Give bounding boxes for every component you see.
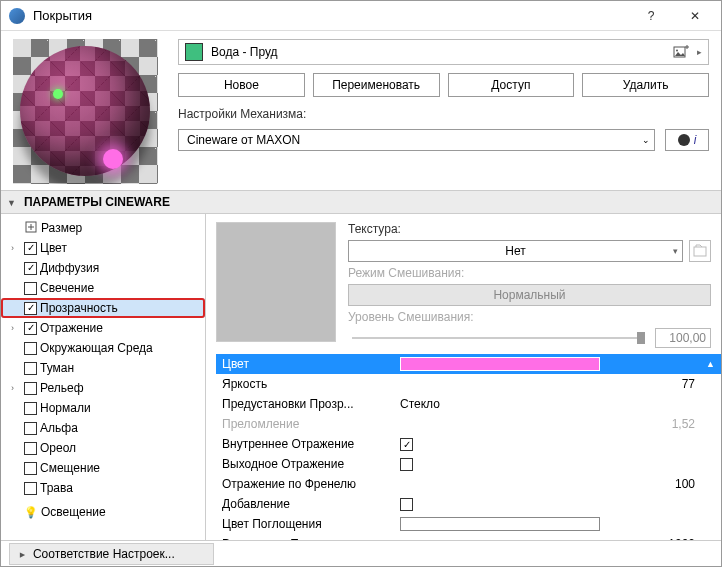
section-title: ПАРАМЕТРЫ CINEWARE — [24, 195, 170, 209]
texture-value: Нет — [505, 244, 525, 258]
channel-tree: Размер ›Цвет Диффузия Свечение Прозрачно… — [1, 214, 206, 540]
checkbox[interactable] — [24, 362, 37, 375]
prop-row-exit-reflection[interactable]: Выходное Отражение — [216, 454, 721, 474]
delete-button[interactable]: Удалить — [582, 73, 709, 97]
engine-info-button[interactable]: i — [665, 129, 709, 151]
engine-combo[interactable]: Cineware от MAXON ⌄ — [178, 129, 655, 151]
image-options-icon[interactable] — [673, 44, 689, 60]
engine-settings-label: Настройки Механизма: — [178, 107, 709, 121]
share-button[interactable]: Доступ — [448, 73, 575, 97]
checkbox[interactable] — [24, 462, 37, 475]
svg-point-1 — [676, 50, 678, 52]
chevron-down-icon: ⌄ — [642, 135, 650, 145]
tree-item-diffusion[interactable]: Диффузия — [1, 258, 205, 278]
prop-row-absorption-color[interactable]: Цвет Поглощения — [216, 514, 721, 534]
prop-name: Расстояние Поглощения — [222, 537, 392, 540]
material-name[interactable]: Вода - Пруд — [211, 45, 665, 59]
checkbox[interactable] — [400, 438, 413, 451]
checkbox[interactable] — [24, 322, 37, 335]
new-button[interactable]: Новое — [178, 73, 305, 97]
collapse-icon — [7, 195, 18, 209]
prop-row-preset[interactable]: Предустановки Прозр...Стекло — [216, 394, 721, 414]
tree-item-alpha[interactable]: Альфа — [1, 418, 205, 438]
info-letter-icon: i — [694, 133, 697, 147]
tree-label: Трава — [40, 481, 73, 495]
tree-item-fog[interactable]: Туман — [1, 358, 205, 378]
rename-button[interactable]: Переименовать — [313, 73, 440, 97]
checkbox[interactable] — [24, 382, 37, 395]
checkbox[interactable] — [24, 282, 37, 295]
c4d-icon — [678, 134, 690, 146]
texture-dropdown[interactable]: Нет ▾ — [348, 240, 683, 262]
help-button[interactable]: ? — [629, 1, 673, 31]
color-swatch[interactable] — [400, 357, 600, 371]
tree-item-displacement[interactable]: Смещение — [1, 458, 205, 478]
checkbox[interactable] — [400, 498, 413, 511]
prop-value: Стекло — [400, 397, 695, 411]
section-header-cineware[interactable]: ПАРАМЕТРЫ CINEWARE — [1, 190, 721, 214]
prop-row-absorption-distance[interactable]: Расстояние Поглощения1000 — [216, 534, 721, 540]
dropdown-arrow-icon[interactable]: ▸ — [697, 47, 702, 57]
prop-row-brightness[interactable]: Яркость77 — [216, 374, 721, 394]
color-swatch-white[interactable] — [400, 517, 600, 531]
prop-name: Преломление — [222, 417, 392, 431]
engine-combo-value: Cineware от MAXON — [187, 133, 300, 147]
prop-row-internal-reflection[interactable]: Внутреннее Отражение — [216, 434, 721, 454]
section-header-matching[interactable]: Соответствие Настроек... — [9, 543, 214, 565]
prop-row-color[interactable]: Цвет ▲ — [216, 354, 721, 374]
prop-value: 77 — [400, 377, 695, 391]
checkbox[interactable] — [24, 442, 37, 455]
prop-row-fresnel[interactable]: Отражение по Френелю100 — [216, 474, 721, 494]
slider-thumb — [637, 332, 645, 344]
tree-label: Нормали — [40, 401, 91, 415]
checkbox[interactable] — [400, 458, 413, 471]
checkbox[interactable] — [24, 302, 37, 315]
tree-item-luminance[interactable]: Свечение — [1, 278, 205, 298]
app-icon — [9, 8, 25, 24]
tree-label: Смещение — [40, 461, 100, 475]
tree-item-color[interactable]: ›Цвет — [1, 238, 205, 258]
tree-item-transparency[interactable]: Прозрачность — [1, 298, 205, 318]
checkbox[interactable] — [24, 402, 37, 415]
checkbox[interactable] — [24, 482, 37, 495]
texture-label: Текстура: — [348, 222, 711, 236]
tree-item-reflection[interactable]: ›Отражение — [1, 318, 205, 338]
prop-row-refraction: Преломление1,52 — [216, 414, 721, 434]
mix-mode-dropdown: Нормальный — [348, 284, 711, 306]
checkbox[interactable] — [24, 242, 37, 255]
tree-label: Диффузия — [40, 261, 99, 275]
tree-item-environment[interactable]: Окружающая Среда — [1, 338, 205, 358]
prop-value: 1,52 — [400, 417, 695, 431]
chevron-down-icon: ▾ — [673, 246, 678, 256]
prop-row-additive[interactable]: Добавление — [216, 494, 721, 514]
tree-label: Цвет — [40, 241, 67, 255]
prop-value: 100 — [400, 477, 695, 491]
tree-label: Альфа — [40, 421, 78, 435]
tree-label: Размер — [41, 221, 82, 235]
size-icon — [24, 221, 38, 235]
checkbox[interactable] — [24, 422, 37, 435]
scroll-up-icon[interactable]: ▲ — [706, 359, 715, 369]
close-button[interactable]: ✕ — [673, 1, 717, 31]
material-swatch — [185, 43, 203, 61]
checkbox[interactable] — [24, 342, 37, 355]
tree-label: Освещение — [41, 505, 106, 519]
prop-name: Выходное Отражение — [222, 457, 392, 471]
section-title: Соответствие Настроек... — [33, 547, 175, 561]
tree-item-bump[interactable]: ›Рельеф — [1, 378, 205, 398]
tree-item-illumination[interactable]: 💡Освещение — [1, 502, 205, 522]
tree-label: Рельеф — [40, 381, 84, 395]
prop-name: Предустановки Прозр... — [222, 397, 392, 411]
prop-name: Цвет — [222, 357, 392, 371]
tree-item-size[interactable]: Размер — [1, 218, 205, 238]
tree-label: Свечение — [40, 281, 94, 295]
checkbox[interactable] — [24, 262, 37, 275]
tree-label: Окружающая Среда — [40, 341, 153, 355]
tree-item-grass[interactable]: Трава — [1, 478, 205, 498]
mix-mode-label: Режим Смешивания: — [348, 266, 711, 280]
tree-label: Отражение — [40, 321, 103, 335]
mix-level-slider — [352, 337, 645, 339]
tree-item-normal[interactable]: Нормали — [1, 398, 205, 418]
texture-browse-button[interactable] — [689, 240, 711, 262]
tree-item-glow[interactable]: Ореол — [1, 438, 205, 458]
